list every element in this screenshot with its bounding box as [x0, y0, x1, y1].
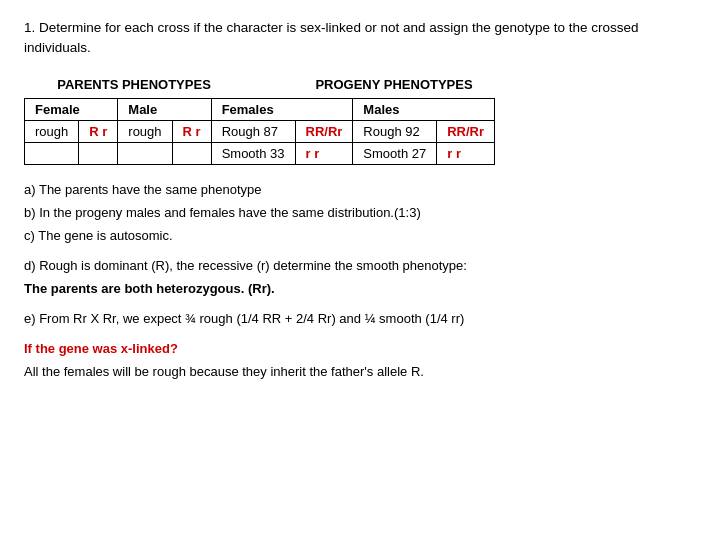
females-phenotype-2: Smooth 33	[211, 142, 295, 164]
progeny-females-header: Females	[211, 98, 353, 120]
phenotypes-table: Female Male Females Males rough R r roug…	[24, 98, 495, 165]
parents-header: PARENTS PHENOTYPES	[24, 75, 244, 94]
progeny-males-header: Males	[353, 98, 495, 120]
male-phenotype: rough	[118, 120, 172, 142]
table-row-1: rough R r rough R r Rough 87 RR/Rr Rough…	[25, 120, 495, 142]
females-genotype-text-2: r r	[306, 146, 320, 161]
females-phenotype-1: Rough 87	[211, 120, 295, 142]
females-genotype-text-1: RR/Rr	[306, 124, 343, 139]
tables-container: PARENTS PHENOTYPES PROGENY PHENOTYPES Fe…	[24, 75, 696, 165]
female-phenotype: rough	[25, 120, 79, 142]
females-genotype-2: r r	[295, 142, 353, 164]
male-genotype-text: R r	[183, 124, 201, 139]
females-genotype-1: RR/Rr	[295, 120, 353, 142]
males-genotype-1: RR/Rr	[437, 120, 495, 142]
male-genotype-empty	[172, 142, 211, 164]
female-genotype-empty	[79, 142, 118, 164]
answer-e: e) From Rr X Rr, we expect ¾ rough (1/4 …	[24, 308, 696, 330]
parents-female-header: Female	[25, 98, 118, 120]
answer-f-red: If the gene was x-linked?	[24, 338, 696, 360]
male-phenotype-empty	[118, 142, 172, 164]
answer-f-plain: All the females will be rough because th…	[24, 361, 696, 383]
male-genotype: R r	[172, 120, 211, 142]
intro-paragraph: 1. Determine for each cross if the chara…	[24, 18, 696, 59]
table-row-2: Smooth 33 r r Smooth 27 r r	[25, 142, 495, 164]
answer-d-bold: The parents are both heterozygous. (Rr).	[24, 278, 696, 300]
males-genotype-text-1: RR/Rr	[447, 124, 484, 139]
answer-c: c) The gene is autosomic.	[24, 225, 696, 247]
female-phenotype-empty	[25, 142, 79, 164]
males-genotype-2: r r	[437, 142, 495, 164]
males-phenotype-2: Smooth 27	[353, 142, 437, 164]
answer-b: b) In the progeny males and females have…	[24, 202, 696, 224]
answer-d-label: d) Rough is dominant (R), the recessive …	[24, 255, 696, 277]
males-genotype-text-2: r r	[447, 146, 461, 161]
males-phenotype-1: Rough 92	[353, 120, 437, 142]
progeny-header: PROGENY PHENOTYPES	[244, 75, 544, 94]
answer-a: a) The parents have the same phenotype	[24, 179, 696, 201]
female-genotype-text: R r	[89, 124, 107, 139]
parents-male-header: Male	[118, 98, 211, 120]
answers-section: a) The parents have the same phenotype b…	[24, 179, 696, 384]
female-genotype: R r	[79, 120, 118, 142]
